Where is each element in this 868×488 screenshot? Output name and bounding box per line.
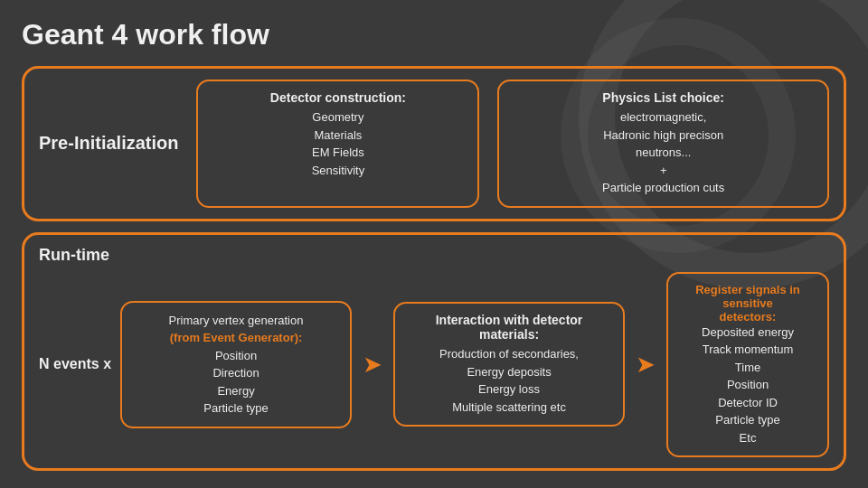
primary-title-text: Primary vertex generation [169, 314, 304, 327]
arrow-1: ➤ [361, 351, 384, 379]
physics-item-hadronic: Hadronic high precison [517, 127, 809, 145]
physics-item-cuts: Particle production cuts [517, 179, 809, 197]
register-item-position: Position [681, 376, 815, 394]
detector-item-materials: Materials [216, 127, 459, 145]
primary-title: Primary vertex generation [135, 312, 337, 330]
interaction-box: Interaction with detector materials: Pro… [393, 302, 625, 427]
interaction-item-energy-deposits: Energy deposits [408, 363, 610, 381]
physics-item-plus: + [517, 162, 809, 180]
interaction-item-energy-loss: Energy loss [408, 380, 610, 399]
register-item-track-momentum: Track momentum [681, 341, 815, 359]
detector-item-sensitivity: Sensitivity [216, 162, 459, 180]
primary-item-energy: Energy [135, 382, 337, 400]
detector-construction-title: Detector construction: [216, 90, 459, 105]
primary-item-direction: Direction [135, 364, 337, 382]
page-title: Geant 4 work flow [22, 18, 846, 52]
detector-item-geometry: Geometry [216, 108, 459, 127]
register-signals-box: Register signals in sensitive detectors:… [666, 272, 829, 458]
pre-init-row: Pre-Initialization Detector construction… [39, 80, 829, 208]
register-title-line1: Register signals in sensitive [681, 283, 815, 310]
interaction-title: Interaction with detector materials: [408, 313, 610, 342]
detector-item-emfields: EM Fields [216, 144, 459, 162]
primary-vertex-box: Primary vertex generation (from Event Ge… [120, 301, 352, 428]
pre-init-label-box: Pre-Initialization [39, 80, 178, 208]
primary-item-particle: Particle type [135, 399, 337, 418]
detector-construction-box: Detector construction: Geometry Material… [196, 80, 479, 208]
primary-item-position: Position [135, 347, 337, 365]
arrow-2: ➤ [634, 351, 657, 379]
physics-list-title: Physics List choice: [517, 90, 809, 105]
pre-init-section: Pre-Initialization Detector construction… [22, 66, 846, 221]
runtime-row: N events x Primary vertex generation (fr… [39, 272, 829, 458]
physics-list-box: Physics List choice: electromagnetic, Ha… [497, 80, 829, 208]
physics-item-neutrons: neutrons... [517, 144, 809, 162]
interaction-item-secondaries: Production of secondaries, [408, 345, 610, 363]
physics-item-em: electromagnetic, [517, 108, 809, 127]
register-item-etc: Etc [681, 429, 815, 447]
runtime-section: Run-time N events x Primary vertex gener… [22, 232, 846, 472]
page-container: Geant 4 work flow Pre-Initialization Det… [0, 0, 868, 488]
register-item-detector-id: Detector ID [681, 394, 815, 412]
register-item-deposited: Deposited energy [681, 324, 815, 342]
register-item-time: Time [681, 359, 815, 377]
n-events-label: N events x [39, 356, 111, 372]
runtime-label: Run-time [39, 246, 829, 265]
primary-subtitle: (from Event Generator): [135, 329, 337, 347]
interaction-item-scattering: Multiple scattering etc [408, 399, 610, 417]
pre-init-label: Pre-Initialization [39, 133, 178, 154]
register-title-line2: detectors: [681, 310, 815, 324]
register-item-particle-type: Particle type [681, 411, 815, 429]
